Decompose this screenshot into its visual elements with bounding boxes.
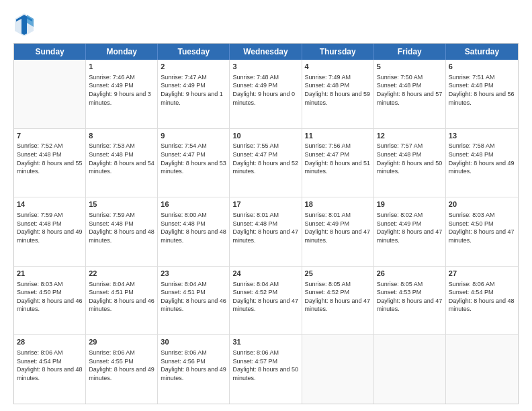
day-number: 5	[377, 62, 443, 72]
calendar-cell: 21Sunrise: 8:03 AMSunset: 4:50 PMDayligh…	[14, 267, 86, 335]
calendar-cell: 31Sunrise: 8:06 AMSunset: 4:57 PMDayligh…	[230, 335, 302, 404]
calendar-cell: 30Sunrise: 8:06 AMSunset: 4:56 PMDayligh…	[158, 335, 230, 404]
calendar-body: 1Sunrise: 7:46 AMSunset: 4:49 PMDaylight…	[14, 60, 518, 404]
calendar-cell: 27Sunrise: 8:06 AMSunset: 4:54 PMDayligh…	[446, 267, 518, 335]
calendar-cell: 24Sunrise: 8:04 AMSunset: 4:52 PMDayligh…	[230, 267, 302, 335]
cell-info: Sunrise: 8:03 AMSunset: 4:50 PMDaylight:…	[449, 211, 515, 244]
day-number: 15	[89, 199, 154, 210]
day-number: 18	[305, 199, 371, 210]
day-number: 27	[449, 269, 515, 279]
calendar-cell	[446, 335, 518, 404]
calendar-cell: 3Sunrise: 7:48 AMSunset: 4:49 PMDaylight…	[230, 60, 302, 128]
header-day-monday: Monday	[86, 44, 158, 60]
calendar-cell	[374, 335, 446, 404]
cell-info: Sunrise: 7:55 AMSunset: 4:47 PMDaylight:…	[232, 142, 298, 175]
calendar-cell: 26Sunrise: 8:05 AMSunset: 4:53 PMDayligh…	[374, 267, 446, 335]
day-number: 21	[17, 269, 83, 279]
calendar-cell: 9Sunrise: 7:54 AMSunset: 4:47 PMDaylight…	[158, 129, 230, 197]
day-number: 14	[17, 199, 83, 210]
cell-info: Sunrise: 7:59 AMSunset: 4:48 PMDaylight:…	[89, 211, 154, 244]
cell-info: Sunrise: 7:48 AMSunset: 4:49 PMDaylight:…	[232, 73, 298, 107]
cell-info: Sunrise: 8:06 AMSunset: 4:54 PMDaylight:…	[17, 349, 83, 382]
day-number: 26	[377, 269, 443, 279]
calendar-cell: 20Sunrise: 8:03 AMSunset: 4:50 PMDayligh…	[446, 197, 518, 266]
day-number: 11	[305, 131, 371, 141]
cell-info: Sunrise: 7:52 AMSunset: 4:48 PMDaylight:…	[17, 142, 83, 175]
calendar-cell: 14Sunrise: 7:59 AMSunset: 4:48 PMDayligh…	[14, 197, 86, 266]
cell-info: Sunrise: 8:05 AMSunset: 4:52 PMDaylight:…	[305, 280, 371, 314]
day-number: 23	[161, 269, 226, 279]
calendar-cell: 25Sunrise: 8:05 AMSunset: 4:52 PMDayligh…	[302, 267, 374, 335]
cell-info: Sunrise: 8:06 AMSunset: 4:54 PMDaylight:…	[449, 280, 515, 314]
day-number: 25	[305, 269, 371, 279]
cell-info: Sunrise: 7:51 AMSunset: 4:48 PMDaylight:…	[449, 73, 515, 107]
calendar-row-2: 7Sunrise: 7:52 AMSunset: 4:48 PMDaylight…	[14, 129, 518, 198]
calendar-cell: 18Sunrise: 8:01 AMSunset: 4:49 PMDayligh…	[302, 197, 374, 266]
cell-info: Sunrise: 7:59 AMSunset: 4:48 PMDaylight:…	[17, 211, 83, 244]
calendar-cell: 22Sunrise: 8:04 AMSunset: 4:51 PMDayligh…	[86, 267, 158, 335]
calendar-cell: 19Sunrise: 8:02 AMSunset: 4:49 PMDayligh…	[374, 197, 446, 266]
day-number: 31	[232, 337, 298, 347]
calendar-cell: 10Sunrise: 7:55 AMSunset: 4:47 PMDayligh…	[230, 129, 302, 197]
calendar-cell: 7Sunrise: 7:52 AMSunset: 4:48 PMDaylight…	[14, 129, 86, 197]
day-number: 8	[89, 131, 154, 141]
header-day-thursday: Thursday	[302, 44, 374, 60]
calendar-header: SundayMondayTuesdayWednesdayThursdayFrid…	[14, 44, 518, 60]
cell-info: Sunrise: 8:06 AMSunset: 4:57 PMDaylight:…	[232, 349, 298, 382]
calendar-row-5: 28Sunrise: 8:06 AMSunset: 4:54 PMDayligh…	[14, 335, 518, 404]
calendar-cell: 13Sunrise: 7:58 AMSunset: 4:48 PMDayligh…	[446, 129, 518, 197]
cell-info: Sunrise: 7:50 AMSunset: 4:48 PMDaylight:…	[377, 73, 443, 107]
calendar-cell: 2Sunrise: 7:47 AMSunset: 4:49 PMDaylight…	[158, 60, 230, 128]
day-number: 19	[377, 199, 443, 210]
calendar-cell: 12Sunrise: 7:57 AMSunset: 4:48 PMDayligh…	[374, 129, 446, 197]
cell-info: Sunrise: 8:06 AMSunset: 4:55 PMDaylight:…	[89, 349, 154, 382]
cell-info: Sunrise: 7:58 AMSunset: 4:48 PMDaylight:…	[449, 142, 515, 175]
calendar-cell: 29Sunrise: 8:06 AMSunset: 4:55 PMDayligh…	[86, 335, 158, 404]
calendar-cell: 11Sunrise: 7:56 AMSunset: 4:47 PMDayligh…	[302, 129, 374, 197]
header-day-wednesday: Wednesday	[230, 44, 302, 60]
calendar-cell: 4Sunrise: 7:49 AMSunset: 4:48 PMDaylight…	[302, 60, 374, 128]
cell-info: Sunrise: 8:04 AMSunset: 4:52 PMDaylight:…	[232, 280, 298, 314]
cell-info: Sunrise: 8:04 AMSunset: 4:51 PMDaylight:…	[89, 280, 154, 314]
cell-info: Sunrise: 7:46 AMSunset: 4:49 PMDaylight:…	[89, 73, 154, 107]
day-number: 4	[305, 62, 371, 72]
header	[13, 12, 519, 36]
calendar-cell	[302, 335, 374, 404]
day-number: 13	[449, 131, 515, 141]
cell-info: Sunrise: 8:06 AMSunset: 4:56 PMDaylight:…	[161, 349, 226, 382]
calendar-cell: 8Sunrise: 7:53 AMSunset: 4:48 PMDaylight…	[86, 129, 158, 197]
cell-info: Sunrise: 8:04 AMSunset: 4:51 PMDaylight:…	[161, 280, 226, 314]
cell-info: Sunrise: 7:47 AMSunset: 4:49 PMDaylight:…	[161, 73, 226, 107]
cell-info: Sunrise: 8:00 AMSunset: 4:48 PMDaylight:…	[161, 211, 226, 244]
day-number: 16	[161, 199, 226, 210]
calendar-cell: 23Sunrise: 8:04 AMSunset: 4:51 PMDayligh…	[158, 267, 230, 335]
cell-info: Sunrise: 7:54 AMSunset: 4:47 PMDaylight:…	[161, 142, 226, 175]
calendar-cell: 16Sunrise: 8:00 AMSunset: 4:48 PMDayligh…	[158, 197, 230, 266]
day-number: 30	[161, 337, 226, 347]
day-number: 24	[232, 269, 298, 279]
calendar-row-4: 21Sunrise: 8:03 AMSunset: 4:50 PMDayligh…	[14, 267, 518, 336]
logo-icon	[13, 12, 35, 36]
day-number: 22	[89, 269, 154, 279]
day-number: 28	[17, 337, 83, 347]
header-day-tuesday: Tuesday	[158, 44, 230, 60]
day-number: 3	[232, 62, 298, 72]
calendar-cell: 15Sunrise: 7:59 AMSunset: 4:48 PMDayligh…	[86, 197, 158, 266]
cell-info: Sunrise: 8:01 AMSunset: 4:49 PMDaylight:…	[305, 211, 371, 244]
day-number: 17	[232, 199, 298, 210]
day-number: 12	[377, 131, 443, 141]
cell-info: Sunrise: 8:05 AMSunset: 4:53 PMDaylight:…	[377, 280, 443, 314]
header-day-saturday: Saturday	[446, 44, 518, 60]
day-number: 20	[449, 199, 515, 210]
day-number: 9	[161, 131, 226, 141]
cell-info: Sunrise: 7:49 AMSunset: 4:48 PMDaylight:…	[305, 73, 371, 107]
day-number: 6	[449, 62, 515, 72]
calendar-cell: 5Sunrise: 7:50 AMSunset: 4:48 PMDaylight…	[374, 60, 446, 128]
calendar-row-3: 14Sunrise: 7:59 AMSunset: 4:48 PMDayligh…	[14, 197, 518, 267]
header-day-friday: Friday	[374, 44, 446, 60]
page: SundayMondayTuesdayWednesdayThursdayFrid…	[0, 0, 532, 411]
day-number: 10	[232, 131, 298, 141]
calendar-row-1: 1Sunrise: 7:46 AMSunset: 4:49 PMDaylight…	[14, 60, 518, 129]
cell-info: Sunrise: 7:57 AMSunset: 4:48 PMDaylight:…	[377, 142, 443, 175]
day-number: 2	[161, 62, 226, 72]
